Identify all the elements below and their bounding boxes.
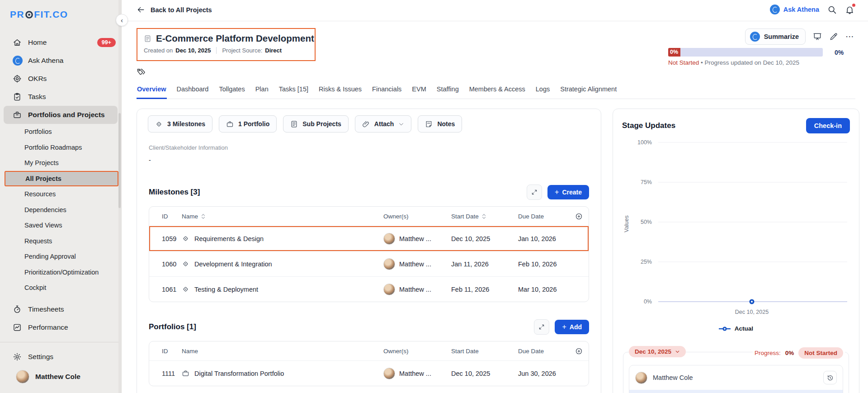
checkin-progress-value: 0% xyxy=(785,350,794,356)
gear-icon xyxy=(13,352,22,361)
stage-updates-panel: Stage Updates Check-in 100% 75% 50% 25% … xyxy=(613,109,859,393)
portfolio-chip[interactable]: 1 Portfolio xyxy=(219,115,277,133)
tab-tollgates[interactable]: Tollgates xyxy=(218,82,245,99)
sidebar-item-label: OKRs xyxy=(28,75,47,83)
sidebar-item-okrs[interactable]: OKRs xyxy=(0,70,121,88)
notes-chip[interactable]: Notes xyxy=(418,115,462,133)
milestones-table: ID Name Owner(s) Start Date Due Date 105… xyxy=(149,206,589,302)
sidebar-item-portfolios[interactable]: Portfolios xyxy=(0,124,121,140)
sidebar-item-my-projects[interactable]: My Projects xyxy=(0,155,121,171)
header-actions: Summarize ⋯ xyxy=(745,28,854,45)
checkin-progress-label: Progress: xyxy=(755,350,781,356)
tab-strategic-alignment[interactable]: Strategic Alignment xyxy=(560,82,617,99)
sidebar-collapse-button[interactable]: ‹ xyxy=(116,14,128,26)
attach-dropdown-chip[interactable]: Attach xyxy=(355,115,412,133)
tab-evm[interactable]: EVM xyxy=(411,82,426,99)
sidebar-item-all-projects[interactable]: All Projects xyxy=(5,171,118,187)
sidebar-item-saved-views[interactable]: Saved Views xyxy=(0,218,121,233)
sort-icon[interactable] xyxy=(482,214,486,219)
tab-tasks[interactable]: Tasks [15] xyxy=(278,82,309,99)
milestones-create-button[interactable]: +Create xyxy=(547,185,589,199)
logo-text-pre: PR xyxy=(10,9,24,20)
add-column-icon[interactable] xyxy=(575,347,583,355)
checkin-status-badge: Not Started xyxy=(798,347,843,359)
briefcase-icon xyxy=(13,110,22,119)
portfolio-row[interactable]: 1111 Digital Transformation Portfolio Ma… xyxy=(149,360,589,386)
history-clock-icon xyxy=(827,374,834,381)
sidebar-item-portfolio-roadmaps[interactable]: Portfolio Roadmaps xyxy=(0,140,121,156)
column-id: ID xyxy=(149,348,182,355)
sort-icon[interactable] xyxy=(201,214,205,219)
sidebar-user-profile[interactable]: Matthew Cole xyxy=(0,366,121,388)
edit-pencil-icon[interactable] xyxy=(829,32,838,41)
ask-athena-button[interactable]: Ask Athena xyxy=(770,5,819,14)
tab-bar: Overview Dashboard Tollgates Plan Tasks … xyxy=(137,82,855,99)
column-start-date: Start Date xyxy=(451,213,479,220)
client-info-value: - xyxy=(149,156,589,164)
sidebar-item-prioritization-optimization[interactable]: Prioritization/Optimization xyxy=(0,265,121,280)
tags-icon[interactable] xyxy=(137,68,146,77)
sidebar-item-requests[interactable]: Requests xyxy=(0,233,121,249)
tab-risks-issues[interactable]: Risks & Issues xyxy=(318,82,362,99)
presentation-icon[interactable] xyxy=(813,32,822,41)
milestone-row[interactable]: 1060 Development & Integration Matthew .… xyxy=(149,251,589,276)
back-to-all-projects-link[interactable]: Back to All Projects xyxy=(137,5,212,14)
tab-plan[interactable]: Plan xyxy=(255,82,269,99)
tab-financials[interactable]: Financials xyxy=(372,82,402,99)
x-tick: Dec 10, 2025 xyxy=(735,309,769,315)
notifications-bell-icon[interactable] xyxy=(845,5,854,14)
y-tick: 100% xyxy=(637,139,652,146)
milestone-diamond-icon xyxy=(182,260,189,268)
tab-logs[interactable]: Logs xyxy=(535,82,550,99)
briefcase-icon xyxy=(226,120,234,128)
sidebar-item-settings[interactable]: Settings xyxy=(0,348,121,366)
sidebar-item-label: Portfolios and Projects xyxy=(28,111,105,119)
sidebar-item-performance[interactable]: Performance xyxy=(0,318,121,336)
sidebar-item-cockpit[interactable]: Cockpit xyxy=(0,280,121,296)
sidebar-item-portfolios-and-projects[interactable]: Portfolios and Projects xyxy=(4,106,118,124)
tab-members-access[interactable]: Members & Access xyxy=(469,82,526,99)
milestone-row[interactable]: 1061 Testing & Deployment Matthew ... Fe… xyxy=(149,276,589,302)
legend-marker-actual xyxy=(719,326,731,331)
sidebar-item-resources[interactable]: Resources xyxy=(0,186,121,202)
sub-projects-chip[interactable]: Sub Projects xyxy=(283,115,349,133)
sidebar-item-dependencies[interactable]: Dependencies xyxy=(0,202,121,218)
check-in-button[interactable]: Check-in xyxy=(806,118,850,133)
sidebar-item-tasks[interactable]: Tasks xyxy=(0,88,121,106)
portfolios-add-button[interactable]: +Add xyxy=(555,320,589,334)
milestone-row[interactable]: 1059 Requirements & Design Matthew ... D… xyxy=(149,226,589,251)
arrow-left-icon xyxy=(137,5,145,14)
stage-progress-chart: 100% 75% 50% 25% 0% Values Dec 10, 2025 xyxy=(622,137,850,332)
check-in-date-dropdown[interactable]: Dec 10, 2025 xyxy=(629,346,686,357)
history-button[interactable] xyxy=(823,371,837,384)
milestones-chip[interactable]: 3 Milestones xyxy=(148,115,212,133)
portfolios-expand-button[interactable] xyxy=(534,319,549,335)
summarize-button[interactable]: Summarize xyxy=(745,28,806,45)
check-in-entry: Dec 10, 2025 Progress: 0% Not Started Ma… xyxy=(623,352,849,393)
sidebar-item-label: Timesheets xyxy=(28,305,64,313)
project-progress: 0% 0% Not Started • Progress updated on … xyxy=(668,48,854,66)
tab-overview[interactable]: Overview xyxy=(137,82,167,99)
sidebar-item-pending-approval[interactable]: Pending Approval xyxy=(0,249,121,265)
data-point-actual[interactable] xyxy=(750,299,755,304)
sidebar-item-timesheets[interactable]: Timesheets xyxy=(0,300,121,318)
sidebar-item-home[interactable]: Home 99+ xyxy=(0,33,121,52)
more-options-icon[interactable]: ⋯ xyxy=(845,34,854,39)
sidebar-item-label: Settings xyxy=(28,353,53,361)
y-tick: 25% xyxy=(641,259,652,265)
chart-legend[interactable]: Actual xyxy=(622,325,850,332)
add-column-icon[interactable] xyxy=(575,213,583,220)
search-icon[interactable] xyxy=(827,5,837,14)
tab-staffing[interactable]: Staffing xyxy=(436,82,459,99)
milestones-expand-button[interactable] xyxy=(527,185,542,200)
sidebar-scrollbar[interactable] xyxy=(118,0,121,393)
expand-icon xyxy=(538,324,545,330)
tab-dashboard[interactable]: Dashboard xyxy=(176,82,209,99)
sidebar-item-ask-athena[interactable]: Ask Athena xyxy=(0,52,121,70)
column-start-date: Start Date xyxy=(451,348,518,355)
owner-avatar xyxy=(383,258,395,270)
project-source-value: Direct xyxy=(265,47,282,54)
athena-icon xyxy=(13,56,23,66)
app-logo[interactable]: PRFIT.CO xyxy=(10,9,121,20)
milestones-section-title: Milestones [3] xyxy=(149,188,200,197)
